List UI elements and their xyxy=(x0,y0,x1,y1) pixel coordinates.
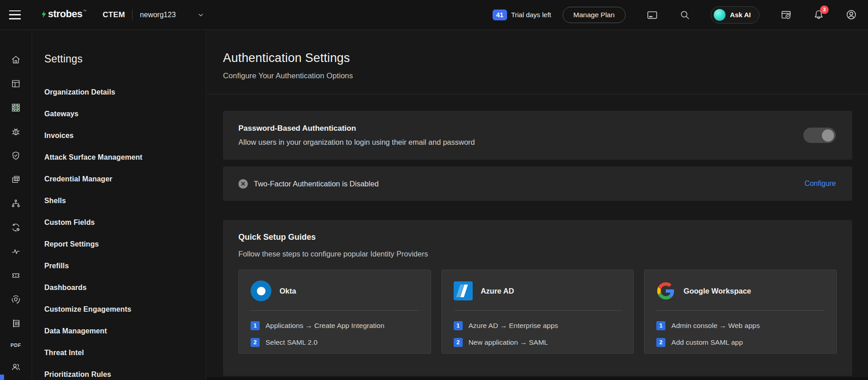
setup-step: 1 Azure AD → Enterprise apps xyxy=(454,321,622,330)
password-auth-title: Password-Based Authentication xyxy=(238,124,475,133)
search-icon[interactable] xyxy=(679,9,691,21)
activity-pulse-icon[interactable] xyxy=(10,247,22,256)
ask-ai-label: Ask AI xyxy=(730,11,751,19)
brand-trademark: ™ xyxy=(83,9,86,13)
sidebar-title: Settings xyxy=(44,53,206,65)
logo-bolt-icon xyxy=(40,10,48,21)
provider-card-okta: Okta 1 Applications → Create App Integra… xyxy=(238,270,431,354)
okta-logo-icon xyxy=(251,280,271,301)
step-number-badge: 1 xyxy=(454,321,463,330)
dashboard-layout-icon[interactable] xyxy=(10,79,22,89)
sidebar-item-report-settings[interactable]: Report Settings xyxy=(44,233,206,255)
password-auth-card: Password-Based Authentication Allow user… xyxy=(223,111,852,160)
step-number-badge: 1 xyxy=(656,321,665,330)
divider xyxy=(251,310,419,311)
sidebar-item-organization-details[interactable]: Organization Details xyxy=(44,81,206,103)
brand-logo[interactable]: strobes ™ xyxy=(40,8,86,21)
bug-icon[interactable] xyxy=(10,127,22,137)
sidebar-item-dashboards[interactable]: Dashboards xyxy=(44,277,206,299)
google-logo-icon xyxy=(656,281,675,300)
quick-setup-title: Quick Setup Guides xyxy=(238,233,837,242)
divider xyxy=(454,310,622,311)
sidebar-item-customize-engagements[interactable]: Customize Engagements xyxy=(44,299,206,320)
product-name: CTEM xyxy=(103,10,125,19)
provider-name: Google Workspace xyxy=(683,287,751,295)
automation-sync-icon[interactable] xyxy=(10,223,22,233)
sidebar-item-shells[interactable]: Shells xyxy=(44,190,206,212)
trial-days-badge: 41 xyxy=(493,10,507,20)
sidebar-item-invoices[interactable]: Invoices xyxy=(44,125,206,147)
page-title: Authentication Settings xyxy=(223,51,852,65)
sidebar-item-threat-intel[interactable]: Threat Intel xyxy=(44,342,206,364)
quick-setup-subtitle: Follow these steps to configure popular … xyxy=(238,250,837,258)
sidebar-item-custom-fields[interactable]: Custom Fields xyxy=(44,212,206,233)
trial-days-label: Trial days left xyxy=(511,11,551,19)
scroll-position-indicator xyxy=(0,375,4,380)
sidebar-item-prioritization-rules[interactable]: Prioritization Rules xyxy=(44,364,206,380)
settings-sidebar: Settings Organization Details Gateways I… xyxy=(33,30,206,380)
chevron-down-icon[interactable] xyxy=(197,11,205,19)
shield-check-icon[interactable] xyxy=(10,151,22,161)
page-header: Authentication Settings Configure Your A… xyxy=(207,30,868,95)
home-icon[interactable] xyxy=(10,55,22,65)
step-number-badge: 2 xyxy=(656,338,665,347)
apps-grid-icon[interactable] xyxy=(10,103,22,113)
users-icon[interactable] xyxy=(10,362,22,372)
menu-icon[interactable] xyxy=(9,10,21,19)
ask-ai-button[interactable]: Ask AI xyxy=(711,6,759,24)
sidebar-item-prefills[interactable]: Prefills xyxy=(44,255,206,277)
main-content: Authentication Settings Configure Your A… xyxy=(207,30,868,380)
manage-plan-button[interactable]: Manage Plan xyxy=(563,7,626,23)
step-number-badge: 1 xyxy=(251,321,260,330)
account-avatar-icon[interactable] xyxy=(845,9,857,21)
viewport-bottom-edge xyxy=(207,377,868,380)
provider-guides: Okta 1 Applications → Create App Integra… xyxy=(238,270,837,354)
step-number-badge: 2 xyxy=(454,338,463,347)
step-number-badge: 2 xyxy=(251,338,260,347)
asset-tables-icon[interactable] xyxy=(10,175,22,185)
kanban-board-icon[interactable] xyxy=(10,318,22,328)
pdf-icon[interactable]: PDF xyxy=(10,342,22,348)
page-subtitle: Configure Your Authentication Options xyxy=(223,71,852,81)
configure-link[interactable]: Configure xyxy=(805,180,836,188)
two-factor-status: Two-Factor Authentication is Disabled xyxy=(254,180,379,188)
billing-card-icon[interactable] xyxy=(646,9,658,21)
sidebar-item-attack-surface-management[interactable]: Attack Surface Management xyxy=(44,147,206,168)
quick-setup-card: Quick Setup Guides Follow these steps to… xyxy=(223,220,852,376)
settings-nav: Organization Details Gateways Invoices A… xyxy=(44,81,206,380)
divider xyxy=(656,310,825,311)
notification-count-badge: 3 xyxy=(820,5,829,14)
two-factor-row: ✕ Two-Factor Authentication is Disabled … xyxy=(223,166,852,201)
setup-step: 1 Applications → Create App Integration xyxy=(251,321,419,330)
provider-name: Azure AD xyxy=(481,287,514,295)
setup-step: 1 Admin console → Web apps xyxy=(656,321,825,330)
notifications-bell-icon[interactable]: 3 xyxy=(813,9,825,21)
org-switcher[interactable]: neworg123 xyxy=(140,11,175,19)
toggle-knob xyxy=(822,129,834,142)
ask-ai-orb-icon xyxy=(714,9,726,21)
sidebar-item-gateways[interactable]: Gateways xyxy=(44,103,206,125)
setup-step: 2 Select SAML 2.0 xyxy=(251,338,419,347)
azure-ad-logo-icon xyxy=(454,281,473,300)
sidebar-item-credential-manager[interactable]: Credential Manager xyxy=(44,168,206,190)
icon-rail: PDF xyxy=(0,30,32,380)
brand-name: strobes xyxy=(48,8,82,20)
product-tour-icon[interactable] xyxy=(780,9,792,21)
password-auth-description: Allow users in your organization to logi… xyxy=(238,138,475,147)
disabled-x-circle-icon: ✕ xyxy=(238,179,248,189)
scan-shield-icon[interactable] xyxy=(10,294,22,304)
setup-step: 2 Add custom SAML app xyxy=(656,338,825,347)
top-navbar: strobes ™ CTEM neworg123 41 Trial days l… xyxy=(0,0,868,30)
nav-divider xyxy=(132,10,133,20)
setup-step: 2 New application → SAML xyxy=(454,338,622,347)
ticket-icon[interactable] xyxy=(10,271,22,280)
provider-card-google-workspace: Google Workspace 1 Admin console → Web a… xyxy=(644,270,837,354)
hierarchy-icon[interactable] xyxy=(10,199,22,209)
sidebar-item-data-management[interactable]: Data Management xyxy=(44,320,206,342)
password-auth-toggle[interactable] xyxy=(803,128,836,143)
provider-card-azure-ad: Azure AD 1 Azure AD → Enterprise apps 2 … xyxy=(441,270,634,354)
provider-name: Okta xyxy=(280,287,296,295)
